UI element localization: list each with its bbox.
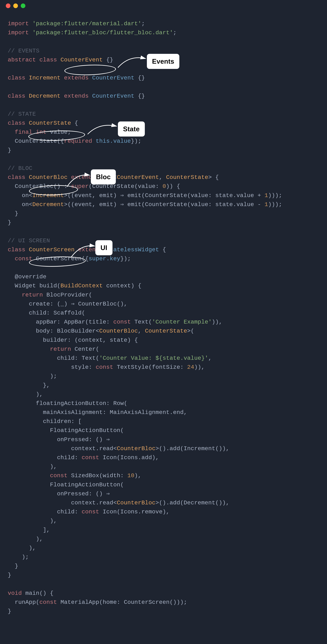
number-one: 1 [264,201,268,208]
keyword-class: class [8,93,26,100]
this-value: this.value [96,138,131,144]
string-pkg-material: 'package:flutter/material.dart' [32,20,141,27]
string-pkg-bloc: 'package:flutter_bloc/flutter_bloc.dart' [32,30,173,36]
ctor-counterscreen: CounterScreen [36,256,82,262]
zoom-button[interactable] [21,4,26,8]
type-buildcontext: BuildContext [60,282,103,289]
keyword-import: import [8,20,29,27]
call-counterstate: CounterState [145,192,187,199]
method-build: build [40,282,57,289]
comment-state: // STATE [8,111,36,118]
comment-events: // EVENTS [8,48,40,54]
number-10: 10 [127,472,134,479]
keyword-extends: extends [71,174,96,181]
call-center: Center [74,346,96,352]
call-text: Text [82,355,96,362]
number-one: 1 [264,192,268,199]
type-bloc: Bloc [99,174,113,181]
call-icon: Icon [103,509,117,515]
call-fab: FloatingActionButton [50,482,120,488]
typearg-counterstate: CounterState [145,328,187,334]
keyword-final: final [15,129,32,136]
keyword-const: const [82,509,99,515]
keyword-void: void [8,590,22,596]
keyword-return: return [22,292,43,298]
keyword-extends: extends [78,246,103,253]
param-context: context [106,282,131,289]
enum-mainaxis-end: MainAxisAlignment.end [110,409,184,416]
keyword-extends: extends [64,75,89,81]
typearg-counterevent: CounterEvent [117,174,159,181]
label-events: Events [147,54,179,69]
typearg-increment: Increment [32,192,64,199]
call-icon: Icon [103,454,117,461]
call-increment: Increment [184,446,215,452]
class-decrement: Decrement [29,93,60,100]
super-key: super.key [89,256,120,262]
keyword-class: class [8,246,26,253]
call-appbar: AppBar [64,319,85,325]
keyword-required: required [64,138,92,144]
keyword-const: const [96,364,114,370]
call-blocbuilder: BlocBuilder [57,328,96,334]
editor-window: import 'package:flutter/material.dart'; … [0,0,327,644]
typearg-decrement: Decrement [32,201,64,208]
call-fab: FloatingActionButton [50,427,120,434]
type-counterevent: CounterEvent [92,75,134,81]
arrow-state [86,120,118,135]
field-value: value [50,129,68,136]
keyword-const: const [40,599,57,606]
fn-runapp: runApp [15,599,36,606]
minimize-button[interactable] [13,4,18,8]
string-counter-value: 'Counter Value: ${state.value}' [99,355,208,362]
keyword-super: super [71,183,89,190]
number-zero: 0 [162,183,166,190]
circle-counterevent [64,64,116,76]
type-statelesswidget: StatelessWidget [106,246,159,253]
call-counterstate: CounterState [145,201,187,208]
typearg-counterstate: CounterState [166,174,208,181]
type-widget: Widget [15,282,36,289]
class-counterevent: CounterEvent [60,57,103,63]
typearg-counterbloc: CounterBloc [117,446,156,452]
call-sizedbox: SizedBox [71,472,99,479]
call-counterstate: CounterState [92,183,134,190]
ctor-counterbloc: CounterBloc [15,183,54,190]
typearg-counterbloc: CounterBloc [117,500,156,506]
window-titlebar [0,0,327,12]
icons-add: Icons.add [120,454,152,461]
call-blocprovider: BlocProvider [46,292,89,298]
keyword-import: import [8,30,29,36]
label-state: State [118,122,145,136]
call-counterbloc: CounterBloc [78,301,117,307]
comment-ui: // UI SCREEN [8,238,50,244]
keyword-extends: extends [64,93,89,100]
class-counterscreen: CounterScreen [29,246,74,253]
keyword-const: const [82,454,99,461]
fn-main: main [26,590,40,596]
keyword-class: class [8,174,26,181]
number-24: 24 [187,364,194,370]
call-scaffold: Scaffold [54,310,82,316]
arrow-op: ⇒ [106,436,110,443]
keyword-const: const [113,319,131,325]
arrow-op: ⇒ [71,301,74,307]
ctor-counterstate: CounterState [15,138,57,144]
string-counter-example: 'Counter Example' [152,319,212,325]
arrow-op: ⇒ [120,192,124,199]
arrow-op: ⇒ [120,201,124,208]
close-button[interactable] [6,4,10,8]
call-text: Text [134,319,148,325]
keyword-abstract: abstract [8,57,36,63]
call-textstyle: TextStyle [117,364,148,370]
code-area: import 'package:flutter/material.dart'; … [0,12,327,644]
keyword-int: int [36,129,46,136]
call-row: Row [113,400,124,407]
class-counterbloc: CounterBloc [29,174,68,181]
call-materialapp: MaterialApp [60,599,99,606]
keyword-class: class [8,120,26,126]
keyword-const: const [50,472,68,479]
comment-bloc: // BLOC [8,165,32,172]
annotation-override: @override [15,274,46,280]
call-decrement: Decrement [184,500,215,506]
